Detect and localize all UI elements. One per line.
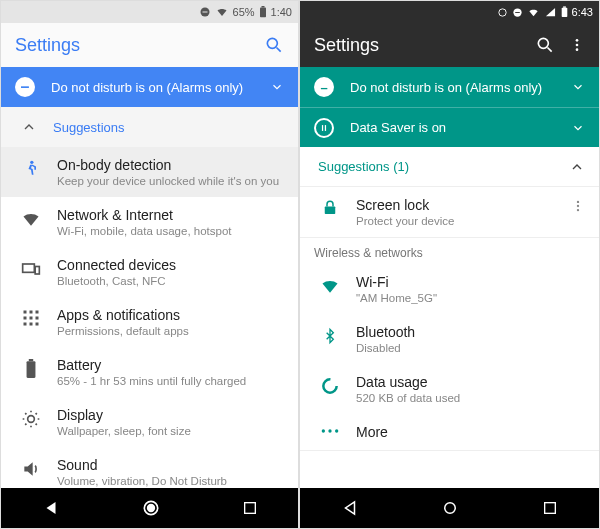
- svg-rect-16: [30, 323, 33, 326]
- overflow-icon[interactable]: [569, 35, 585, 55]
- recent-button[interactable]: [242, 500, 258, 516]
- wifi-icon: [314, 274, 346, 296]
- app-bar: Settings: [1, 23, 298, 67]
- svg-point-4: [267, 38, 277, 48]
- svg-point-22: [147, 505, 154, 512]
- suggestion-title: Screen lock: [356, 197, 563, 213]
- dnd-banner[interactable]: – Do not disturb is on (Alarms only): [1, 67, 298, 107]
- svg-rect-34: [322, 125, 323, 131]
- settings-row-display[interactable]: DisplayWallpaper, sleep, font size: [1, 397, 298, 447]
- row-subtitle: Wi-Fi, mobile, data usage, hotspot: [57, 225, 284, 237]
- suggestions-label: Suggestions: [53, 120, 125, 135]
- suggestion-subtitle: Keep your device unlocked while it's on …: [57, 175, 284, 187]
- row-title: Display: [57, 407, 284, 423]
- settings-row-connected[interactable]: Connected devicesBluetooth, Cast, NFC: [1, 247, 298, 297]
- svg-rect-45: [544, 503, 555, 514]
- settings-row-bluetooth[interactable]: BluetoothDisabled: [300, 314, 599, 364]
- svg-rect-15: [24, 323, 27, 326]
- row-title: More: [356, 424, 585, 440]
- row-title: Bluetooth: [356, 324, 585, 340]
- lock-icon: [314, 197, 346, 217]
- row-subtitle: 520 KB of data used: [356, 392, 585, 404]
- wifi-icon: [215, 6, 229, 18]
- svg-rect-12: [24, 317, 27, 320]
- signal-icon: [544, 7, 557, 18]
- search-icon[interactable]: [535, 35, 555, 55]
- circle-icon: [497, 7, 508, 18]
- svg-point-31: [576, 39, 579, 42]
- minus-circle-icon: –: [314, 77, 334, 97]
- more-icon: [314, 424, 346, 436]
- row-title: Wi-Fi: [356, 274, 585, 290]
- svg-point-40: [323, 379, 336, 392]
- svg-point-39: [577, 209, 579, 211]
- chevron-up-icon: [569, 159, 585, 175]
- suggestion-row[interactable]: Screen lock Protect your device: [300, 187, 599, 237]
- svg-point-33: [576, 48, 579, 51]
- svg-rect-13: [30, 317, 33, 320]
- svg-rect-1: [202, 12, 207, 13]
- back-button[interactable]: [341, 499, 359, 517]
- svg-line-5: [277, 48, 281, 52]
- home-button[interactable]: [441, 499, 459, 517]
- svg-rect-36: [325, 207, 336, 215]
- row-title: Sound: [57, 457, 284, 473]
- banner-text: Do not disturb is on (Alarms only): [350, 80, 563, 95]
- banner-text: Data Saver is on: [350, 120, 563, 135]
- row-title: Apps & notifications: [57, 307, 284, 323]
- svg-rect-18: [27, 361, 36, 378]
- svg-rect-10: [30, 311, 33, 314]
- settings-row-battery[interactable]: Battery65% - 1 hr 53 mins until fully ch…: [1, 347, 298, 397]
- svg-rect-14: [36, 317, 39, 320]
- svg-rect-3: [261, 6, 264, 8]
- battery-icon: [15, 357, 47, 379]
- svg-rect-35: [325, 125, 326, 131]
- settings-row-network[interactable]: Network & InternetWi-Fi, mobile, data us…: [1, 197, 298, 247]
- svg-rect-23: [244, 503, 255, 514]
- svg-rect-11: [36, 311, 39, 314]
- row-title: Network & Internet: [57, 207, 284, 223]
- clock-text: 6:43: [572, 6, 593, 18]
- svg-point-42: [328, 429, 331, 432]
- status-bar: 6:43: [300, 1, 599, 23]
- data-saver-banner[interactable]: Data Saver is on: [300, 107, 599, 147]
- svg-rect-19: [29, 359, 33, 361]
- svg-rect-26: [515, 12, 520, 13]
- back-button[interactable]: [42, 499, 60, 517]
- row-subtitle: "AM Home_5G": [356, 292, 585, 304]
- svg-rect-17: [36, 323, 39, 326]
- row-subtitle: Disabled: [356, 342, 585, 354]
- svg-point-29: [538, 38, 548, 48]
- page-title: Settings: [15, 35, 250, 56]
- suggestion-row[interactable]: On-body detection Keep your device unloc…: [1, 147, 298, 197]
- devices-icon: [15, 257, 47, 279]
- chevron-up-icon: [15, 119, 43, 135]
- settings-row-more[interactable]: More: [300, 414, 599, 450]
- settings-row-wifi[interactable]: Wi-Fi"AM Home_5G": [300, 264, 599, 314]
- svg-rect-9: [24, 311, 27, 314]
- settings-row-data-usage[interactable]: Data usage520 KB of data used: [300, 364, 599, 414]
- settings-row-apps[interactable]: Apps & notificationsPermissions, default…: [1, 297, 298, 347]
- bluetooth-icon: [314, 324, 346, 346]
- suggestions-header[interactable]: Suggestions (1): [300, 147, 599, 187]
- minus-circle-icon: –: [15, 77, 35, 97]
- svg-rect-27: [561, 8, 567, 17]
- recent-button[interactable]: [542, 500, 558, 516]
- row-subtitle: Permissions, default apps: [57, 325, 284, 337]
- svg-point-44: [445, 503, 456, 514]
- svg-point-32: [576, 44, 579, 47]
- walk-icon: [15, 157, 47, 179]
- svg-rect-2: [260, 8, 266, 18]
- row-title: Data usage: [356, 374, 585, 390]
- divider: [300, 450, 599, 451]
- home-button[interactable]: [141, 498, 161, 518]
- suggestions-header[interactable]: Suggestions: [1, 107, 298, 147]
- row-subtitle: Volume, vibration, Do Not Disturb: [57, 475, 284, 487]
- svg-point-6: [30, 161, 33, 164]
- chevron-down-icon: [571, 80, 585, 94]
- dnd-banner[interactable]: – Do not disturb is on (Alarms only): [300, 67, 599, 107]
- svg-point-43: [335, 429, 338, 432]
- suggestion-subtitle: Protect your device: [356, 215, 563, 227]
- overflow-icon[interactable]: [563, 197, 585, 215]
- search-icon[interactable]: [264, 35, 284, 55]
